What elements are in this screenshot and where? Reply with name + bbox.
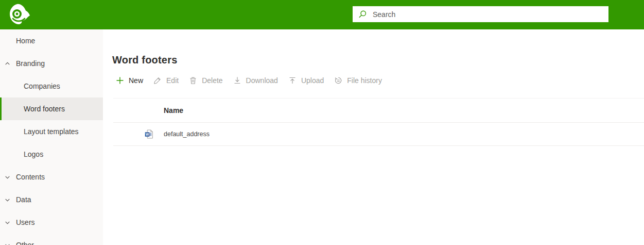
page-title: Word footers bbox=[112, 53, 644, 67]
new-button[interactable]: New bbox=[111, 73, 148, 88]
pencil-icon bbox=[153, 76, 162, 85]
sidebar-item-layout-templates[interactable]: Layout templates bbox=[0, 120, 103, 143]
toolbar-button-label: Delete bbox=[202, 76, 222, 85]
chevron-down-icon bbox=[4, 174, 11, 181]
word-document-icon: W bbox=[145, 129, 154, 139]
chevron-down-icon bbox=[4, 242, 11, 245]
chevron-down-icon bbox=[4, 197, 11, 203]
search-icon bbox=[358, 10, 367, 19]
sidebar-item-users[interactable]: Users bbox=[0, 211, 103, 234]
toolbar-button-label: File history bbox=[347, 76, 382, 85]
sidebar-item-label: Word footers bbox=[24, 105, 65, 113]
sidebar-item-label: Data bbox=[16, 195, 31, 204]
toolbar-button-label: Edit bbox=[166, 76, 179, 85]
sidebar-item-companies[interactable]: Companies bbox=[0, 75, 103, 97]
toolbar-button-label: Download bbox=[246, 76, 278, 85]
arrow-up-icon bbox=[288, 76, 297, 85]
file-name-cell: default_address bbox=[164, 130, 210, 138]
sidebar-item-label: Home bbox=[16, 37, 35, 45]
sidebar-item-logos[interactable]: Logos bbox=[0, 143, 103, 166]
sidebar-item-label: Companies bbox=[24, 82, 60, 90]
sidebar-item-label: Layout templates bbox=[24, 127, 79, 136]
download-button[interactable]: Download bbox=[228, 73, 283, 88]
table-row[interactable]: W default_address bbox=[113, 123, 644, 146]
top-header bbox=[0, 0, 644, 29]
search-input[interactable] bbox=[372, 6, 608, 22]
delete-button[interactable]: Delete bbox=[184, 73, 228, 88]
chevron-down-icon bbox=[4, 219, 11, 226]
arrow-down-icon bbox=[233, 76, 241, 85]
sidebar-item-label: Contents bbox=[16, 173, 45, 181]
sidebar-item-data[interactable]: Data bbox=[0, 188, 103, 211]
files-table: Name W default_address bbox=[113, 98, 644, 146]
sidebar-item-label: Users bbox=[16, 218, 35, 226]
app-window: Home Branding Companies Word footers Lay… bbox=[0, 0, 644, 245]
sidebar-item-label: Logos bbox=[24, 150, 43, 158]
history-icon bbox=[334, 76, 342, 85]
table-header-row: Name bbox=[113, 98, 644, 123]
sidebar-item-contents[interactable]: Contents bbox=[0, 166, 103, 188]
edit-button[interactable]: Edit bbox=[148, 73, 184, 88]
toolbar-button-label: New bbox=[129, 76, 143, 85]
sidebar-item-other[interactable]: Other bbox=[0, 234, 103, 245]
toolbar-button-label: Upload bbox=[301, 76, 324, 85]
sidebar-nav: Home Branding Companies Word footers Lay… bbox=[0, 29, 103, 245]
main-content: Word footers New Edit Delete bbox=[103, 29, 644, 245]
upload-button[interactable]: Upload bbox=[283, 73, 329, 88]
sidebar-item-label: Branding bbox=[16, 59, 45, 68]
sidebar-item-word-footers[interactable]: Word footers bbox=[0, 97, 103, 120]
plus-icon bbox=[116, 76, 124, 85]
toolbar: New Edit Delete Download bbox=[111, 73, 644, 88]
trash-icon bbox=[189, 76, 197, 85]
sidebar-item-branding[interactable]: Branding bbox=[0, 52, 103, 75]
chevron-up-icon bbox=[4, 60, 11, 67]
sidebar-item-home[interactable]: Home bbox=[0, 29, 103, 52]
search-box[interactable] bbox=[353, 6, 608, 22]
chameleon-logo-icon[interactable] bbox=[8, 3, 31, 26]
svg-text:W: W bbox=[146, 133, 149, 136]
sidebar-item-label: Other bbox=[16, 241, 34, 245]
column-header-name[interactable]: Name bbox=[164, 106, 183, 115]
file-history-button[interactable]: File history bbox=[329, 73, 387, 88]
